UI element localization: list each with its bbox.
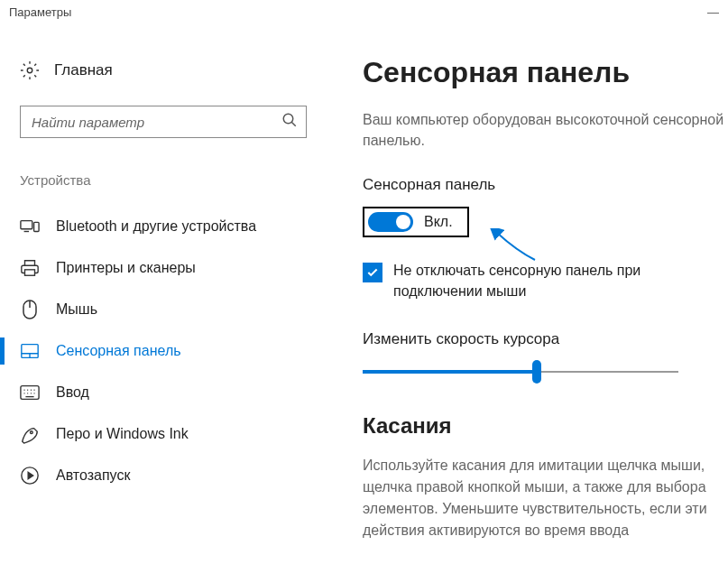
printer-icon [20, 258, 40, 278]
home-link[interactable]: Главная [20, 60, 336, 80]
touchpad-icon [20, 341, 40, 361]
taps-heading: Касания [363, 413, 728, 439]
touchpad-toggle-label: Сенсорная панель [363, 176, 728, 194]
svg-point-0 [27, 68, 32, 73]
pen-icon [20, 424, 40, 444]
titlebar: Параметры — [0, 0, 728, 24]
sidebar-item-label: Автозапуск [56, 467, 130, 484]
toggle-state: Вкл. [424, 214, 453, 230]
leave-on-checkbox[interactable] [363, 263, 382, 282]
slider-thumb[interactable] [532, 360, 541, 384]
page-title: Сенсорная панель [363, 56, 728, 89]
sidebar-item-label: Принтеры и сканеры [56, 260, 196, 276]
search-icon [281, 112, 298, 132]
taps-description: Используйте касания для имитации щелчка … [363, 455, 728, 541]
category-heading: Устройства [20, 172, 336, 188]
minimize-button[interactable]: — [707, 5, 719, 19]
sidebar-item-label: Сенсорная панель [56, 343, 181, 359]
devices-icon [20, 217, 40, 236]
sidebar-item-pen[interactable]: Перо и Windows Ink [0, 413, 336, 455]
settings-main: Сенсорная панель Ваш компьютер оборудова… [336, 24, 728, 561]
settings-sidebar: Главная Устройства Bluetooth и другие ус… [20, 24, 336, 561]
mouse-icon [20, 300, 40, 319]
sidebar-item-typing[interactable]: Ввод [0, 372, 336, 413]
sidebar-item-touchpad[interactable]: Сенсорная панель [0, 330, 336, 372]
sidebar-item-label: Bluetooth и другие устройства [56, 218, 256, 235]
sidebar-item-autoplay[interactable]: Автозапуск [0, 455, 336, 496]
svg-rect-4 [25, 270, 35, 275]
sidebar-item-label: Перо и Windows Ink [56, 426, 189, 442]
autoplay-icon [20, 466, 40, 485]
home-label: Главная [54, 61, 113, 79]
sidebar-item-printers[interactable]: Принтеры и сканеры [0, 247, 336, 289]
window-title: Параметры [9, 5, 71, 19]
gear-icon [20, 60, 40, 80]
touchpad-toggle[interactable] [368, 212, 413, 232]
sidebar-item-label: Ввод [56, 384, 89, 401]
cursor-speed-slider[interactable] [363, 363, 678, 381]
svg-rect-2 [21, 221, 32, 229]
sidebar-item-label: Мышь [56, 301, 97, 318]
cursor-speed-label: Изменить скорость курсора [363, 330, 728, 348]
search-input[interactable] [20, 106, 307, 138]
sidebar-item-mouse[interactable]: Мышь [0, 289, 336, 330]
touchpad-toggle-highlight: Вкл. [363, 207, 469, 237]
keyboard-icon [20, 383, 40, 402]
sidebar-item-bluetooth[interactable]: Bluetooth и другие устройства [0, 206, 336, 247]
svg-point-8 [30, 431, 32, 434]
checkbox-label: Не отключать сенсорную панель при подклю… [393, 261, 728, 301]
page-description: Ваш компьютер оборудован высокоточной се… [363, 109, 728, 151]
svg-point-1 [283, 114, 293, 124]
svg-rect-3 [34, 222, 40, 231]
